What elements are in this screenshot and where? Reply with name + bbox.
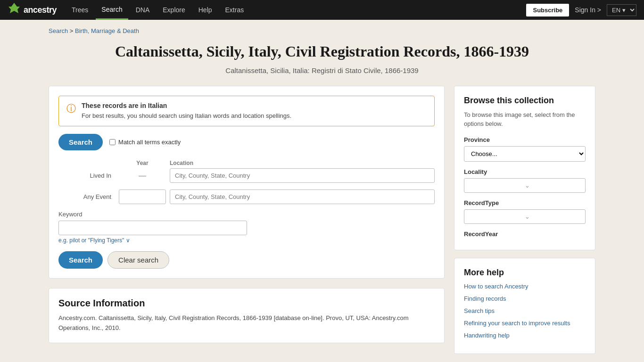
province-select[interactable]: Choose... bbox=[464, 146, 586, 162]
ancestry-logo-icon bbox=[8, 2, 21, 18]
keyword-label: Keyword bbox=[58, 211, 435, 218]
year-dash: — bbox=[119, 172, 166, 180]
nav-right: Subscribe Sign In > EN ▾ bbox=[526, 4, 636, 16]
alert-body: For best results, you should search usin… bbox=[82, 111, 291, 121]
label-spacer bbox=[58, 160, 115, 166]
alert-title: These records are in Italian bbox=[82, 102, 291, 109]
any-event-label: Any Event bbox=[58, 193, 115, 200]
match-exactly-checkbox[interactable] bbox=[109, 139, 116, 145]
help-link-2[interactable]: Search tips bbox=[464, 307, 586, 315]
clear-search-button[interactable]: Clear search bbox=[107, 251, 169, 269]
keyword-section: Keyword e.g. pilot or "Flying Tigers" ∨ bbox=[58, 211, 435, 244]
province-label: Province bbox=[464, 136, 586, 143]
nav-extras[interactable]: Extras bbox=[220, 0, 250, 20]
navigation: ancestry Trees Search DNA Explore Help E… bbox=[0, 0, 644, 20]
browse-description: To browse this image set, select from th… bbox=[464, 110, 586, 129]
help-link-3[interactable]: Refining your search to improve results bbox=[464, 319, 586, 328]
breadcrumb-search[interactable]: Search bbox=[49, 27, 68, 34]
browse-card: Browse this collection To browse this im… bbox=[454, 86, 595, 250]
record-type-dropdown[interactable]: ⌄ bbox=[464, 209, 586, 224]
more-help-title: More help bbox=[464, 268, 586, 278]
search-card: ⓘ These records are in Italian For best … bbox=[49, 86, 445, 279]
breadcrumb-separator: > bbox=[70, 27, 75, 34]
keyword-input[interactable] bbox=[58, 221, 247, 235]
subscribe-button[interactable]: Subscribe bbox=[526, 4, 569, 16]
page-title: Caltanissetta, Sicily, Italy, Civil Regi… bbox=[49, 42, 595, 62]
match-exactly-label[interactable]: Match all terms exactly bbox=[109, 139, 181, 146]
source-text: Ancestry.com. Caltanissetta, Sicily, Ita… bbox=[58, 313, 435, 333]
record-type-chevron-icon: ⌄ bbox=[525, 213, 580, 220]
column-headers: Year Location bbox=[58, 160, 435, 166]
help-link-0[interactable]: How to search Ancestry bbox=[464, 282, 586, 291]
alert-content: These records are in Italian For best re… bbox=[82, 102, 291, 121]
logo-text: ancestry bbox=[24, 5, 57, 15]
source-title: Source Information bbox=[58, 298, 435, 309]
any-event-year-input[interactable] bbox=[119, 189, 166, 204]
language-selector[interactable]: EN ▾ bbox=[607, 4, 636, 16]
location-header: Location bbox=[170, 160, 435, 166]
sidebar: Browse this collection To browse this im… bbox=[454, 86, 595, 362]
source-card: Source Information Ancestry.com. Caltani… bbox=[49, 288, 445, 343]
search-button-top[interactable]: Search bbox=[58, 134, 103, 150]
search-top-row: Search Match all terms exactly bbox=[58, 134, 435, 150]
search-button-bottom[interactable]: Search bbox=[58, 251, 103, 269]
match-exactly-text: Match all terms exactly bbox=[118, 139, 181, 146]
keyword-example[interactable]: e.g. pilot or "Flying Tigers" ∨ bbox=[58, 237, 435, 244]
any-event-row: Any Event bbox=[58, 189, 435, 204]
any-event-location-input[interactable] bbox=[170, 189, 435, 204]
help-link-4[interactable]: Handwriting help bbox=[464, 331, 586, 340]
nav-search[interactable]: Search bbox=[96, 0, 128, 20]
two-column-layout: ⓘ These records are in Italian For best … bbox=[49, 86, 595, 362]
locality-dropdown[interactable]: ⌄ bbox=[464, 178, 586, 193]
nav-explore[interactable]: Explore bbox=[157, 0, 190, 20]
browse-title: Browse this collection bbox=[464, 96, 586, 106]
year-header: Year bbox=[119, 160, 166, 166]
signin-link[interactable]: Sign In > bbox=[575, 6, 601, 14]
nav-trees[interactable]: Trees bbox=[66, 0, 94, 20]
locality-chevron-icon: ⌄ bbox=[525, 182, 580, 189]
breadcrumb-current[interactable]: Birth, Marriage & Death bbox=[75, 27, 139, 34]
locality-label: Locality bbox=[464, 168, 586, 175]
nav-dna[interactable]: DNA bbox=[130, 0, 156, 20]
help-links: How to search Ancestry Finding records S… bbox=[464, 282, 586, 340]
lived-in-label: Lived In bbox=[58, 172, 115, 179]
help-link-1[interactable]: Finding records bbox=[464, 295, 586, 303]
search-bottom-row: Search Clear search bbox=[58, 251, 435, 269]
logo[interactable]: ancestry bbox=[8, 2, 57, 18]
record-type-label: RecordType bbox=[464, 199, 586, 206]
breadcrumb: Search > Birth, Marriage & Death bbox=[49, 27, 595, 34]
page-subtitle: Caltanissetta, Sicilia, Italia: Registri… bbox=[49, 66, 595, 74]
lived-in-row: Lived In — bbox=[58, 168, 435, 183]
lived-in-location-input[interactable] bbox=[170, 168, 435, 183]
nav-links: Trees Search DNA Explore Help Extras bbox=[66, 0, 526, 20]
alert-icon: ⓘ bbox=[66, 102, 76, 121]
italian-alert: ⓘ These records are in Italian For best … bbox=[58, 96, 435, 127]
nav-help[interactable]: Help bbox=[193, 0, 218, 20]
record-year-label: RecordYear bbox=[464, 230, 586, 238]
page-container: Search > Birth, Marriage & Death Caltani… bbox=[39, 20, 605, 362]
svg-marker-0 bbox=[8, 3, 20, 13]
more-help-card: More help How to search Ancestry Finding… bbox=[454, 258, 595, 354]
main-column: ⓘ These records are in Italian For best … bbox=[49, 86, 445, 343]
